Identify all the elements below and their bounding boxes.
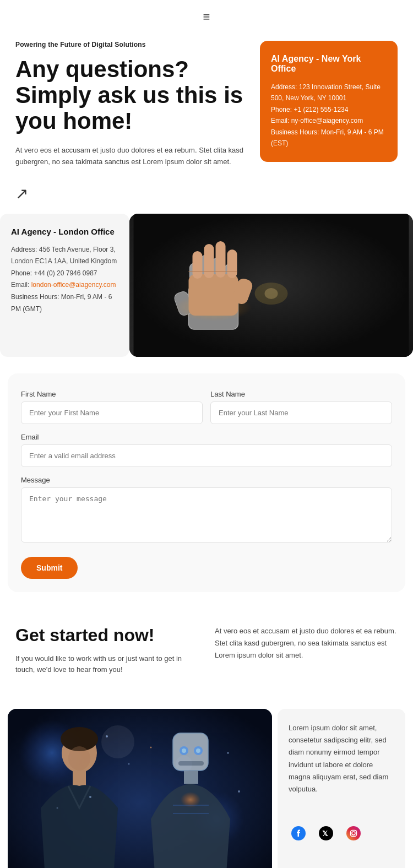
last-name-label: Last Name (210, 390, 392, 398)
submit-button[interactable]: Submit (21, 557, 78, 579)
london-email-link[interactable]: london-office@aiagency.com (31, 281, 116, 289)
bottom-image-inner (8, 709, 272, 868)
bottom-card-text: Lorem ipsum dolor sit amet, consetetur s… (289, 722, 394, 795)
svg-rect-15 (227, 249, 237, 278)
london-office-details: Address: 456 Tech Avenue, Floor 3, Londo… (11, 244, 118, 316)
instagram-icon[interactable] (344, 823, 363, 843)
svg-point-36 (196, 748, 200, 753)
arrow-icon[interactable]: ↗ (15, 185, 28, 203)
svg-point-43 (128, 763, 130, 765)
get-started-left: Get started now! If you would like to wo… (15, 625, 198, 676)
svg-rect-38 (184, 771, 198, 784)
first-name-group: First Name (21, 390, 203, 424)
bottom-section: Lorem ipsum dolor sit amet, consetetur s… (0, 698, 413, 868)
svg-point-26 (101, 725, 134, 758)
svg-point-22 (265, 288, 278, 299)
first-name-input[interactable] (21, 402, 203, 424)
ai-human-svg (8, 709, 272, 868)
hero-description: At vero eos et accusam et justo duo dolo… (15, 145, 249, 168)
last-name-group: Last Name (210, 390, 392, 424)
hero-section: Powering the Future of Digital Solutions… (0, 30, 413, 208)
svg-rect-17 (204, 244, 214, 278)
ai-human-image (8, 709, 272, 868)
email-label: Email (21, 433, 392, 441)
svg-point-31 (68, 746, 90, 771)
hero-tagline: Powering the Future of Digital Solutions (15, 41, 249, 48)
london-office-card: AI Agency - London Office Address: 456 T… (0, 214, 129, 357)
last-name-input[interactable] (210, 402, 392, 424)
svg-point-55 (356, 830, 357, 831)
svg-point-42 (106, 735, 108, 737)
email-input[interactable] (21, 444, 392, 467)
svg-point-52 (346, 826, 361, 840)
svg-rect-18 (193, 251, 203, 279)
first-name-label: First Name (21, 390, 203, 398)
svg-text:𝕏: 𝕏 (322, 829, 328, 838)
get-started-section: Get started now! If you would like to wo… (0, 603, 413, 687)
message-textarea[interactable] (21, 487, 392, 542)
svg-rect-14 (189, 274, 238, 316)
svg-point-45 (150, 747, 152, 748)
robot-hands-svg (129, 214, 413, 357)
svg-rect-37 (178, 761, 204, 766)
london-office-title: AI Agency - London Office (11, 227, 118, 236)
social-icons-row: 𝕏 (289, 823, 394, 843)
x-twitter-icon[interactable]: 𝕏 (316, 823, 336, 843)
name-row: First Name Last Name (21, 390, 392, 424)
svg-point-44 (89, 796, 91, 798)
get-started-heading: Get started now! (15, 625, 198, 645)
offices-row: AI Agency - London Office Address: 456 T… (0, 208, 413, 362)
facebook-icon[interactable] (289, 823, 308, 843)
email-group: Email (21, 433, 392, 467)
hero-heading: Any questions? Simply ask us this is you… (15, 56, 249, 134)
bottom-right-card: Lorem ipsum dolor sit amet, consetetur s… (278, 709, 405, 868)
message-group: Message (21, 476, 392, 542)
contact-form-section: First Name Last Name Email Message Submi… (8, 373, 405, 592)
svg-rect-30 (73, 769, 86, 786)
get-started-right-text: At vero eos et accusam et justo duo dolo… (215, 625, 398, 661)
ny-office-card: AI Agency - New York Office Address: 123… (260, 41, 398, 162)
svg-point-47 (57, 807, 58, 809)
navigation: ≡ (0, 0, 413, 30)
ny-office-title: AI Agency - New York Office (271, 54, 387, 74)
hamburger-icon[interactable]: ≡ (203, 10, 210, 24)
svg-point-46 (227, 752, 229, 754)
svg-point-35 (182, 748, 186, 753)
ny-office-details: Address: 123 Innovation Street, Suite 50… (271, 82, 387, 149)
robot-hands-image (129, 214, 413, 357)
get-started-left-text: If you would like to work with us or jus… (15, 653, 198, 676)
hero-left: Powering the Future of Digital Solutions… (15, 41, 249, 203)
svg-point-48 (238, 790, 240, 793)
svg-rect-16 (216, 241, 226, 278)
get-started-right: At vero eos et accusam et justo duo dolo… (215, 625, 398, 661)
message-label: Message (21, 476, 392, 484)
